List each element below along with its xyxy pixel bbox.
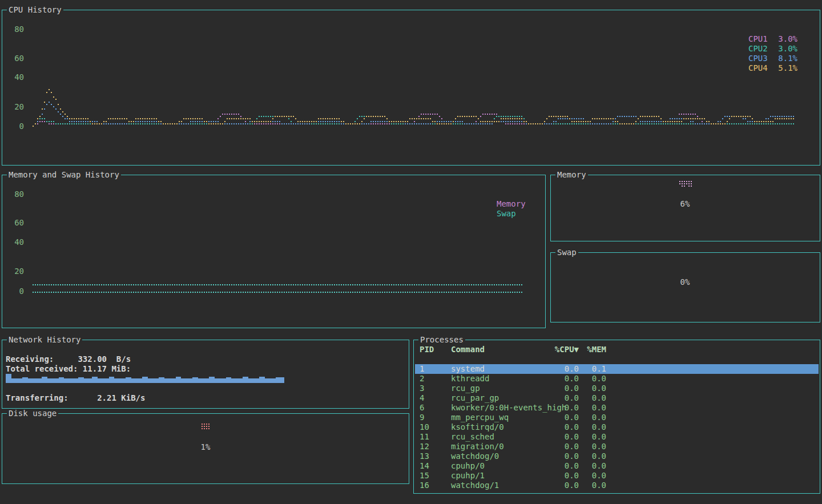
- swap-gauge-title: Swap: [555, 248, 578, 257]
- swap-gauge-panel: Swap: [550, 252, 820, 322]
- cpu-history-title: CPU History: [7, 5, 63, 15]
- memory-gauge-title: Memory: [555, 170, 588, 180]
- column-header-mem[interactable]: %MEM: [579, 345, 606, 354]
- network-transferring-line: Transferring: 2.21 KiB/s: [6, 393, 145, 403]
- column-header-command[interactable]: Command: [451, 345, 485, 354]
- network-total-received-line: Total received: 11.17 MiB:: [6, 364, 131, 374]
- network-history-title: Network History: [7, 335, 82, 345]
- mem-swap-history-title: Memory and Swap History: [7, 170, 121, 180]
- network-receiving-line: Receiving: 332.00 B/s: [6, 354, 131, 364]
- swap-gauge-value: 0%: [668, 277, 702, 287]
- system-monitor-screen: CPU History Memory and Swap History Memo…: [0, 0, 822, 504]
- disk-usage-title: Disk usage: [7, 409, 58, 418]
- column-header-cpu-sort[interactable]: %CPU▼: [545, 345, 579, 354]
- column-header-pid[interactable]: PID: [420, 345, 434, 354]
- processes-panel: Processes: [413, 340, 820, 494]
- mem-swap-history-panel: Memory and Swap History: [2, 175, 546, 328]
- processes-title: Processes: [418, 335, 465, 345]
- memory-gauge-value: 6%: [668, 199, 702, 209]
- process-table-header: PID Command %CPU▼ %MEM: [415, 345, 819, 354]
- cpu-history-panel: CPU History: [2, 10, 820, 166]
- disk-usage-value: 1%: [188, 442, 223, 452]
